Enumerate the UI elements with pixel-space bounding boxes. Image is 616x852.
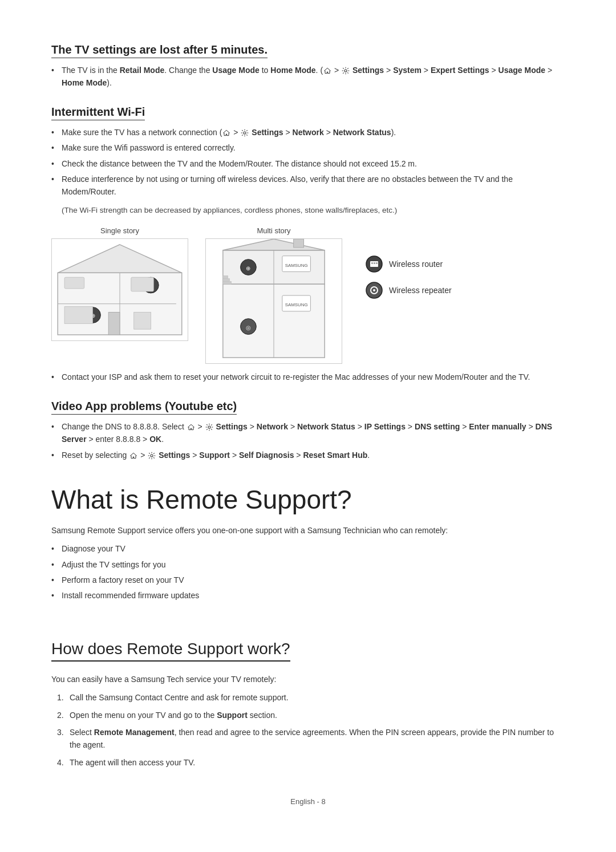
tv-settings-list: The TV is in the Retail Mode. Change the… bbox=[51, 64, 565, 90]
remote-support-section: What is Remote Support? Samsung Remote S… bbox=[51, 484, 565, 602]
svg-rect-30 bbox=[223, 282, 232, 285]
svg-rect-11 bbox=[64, 278, 84, 289]
legend-repeater: Wireless repeater bbox=[365, 281, 452, 299]
router-legend-label: Wireless router bbox=[389, 259, 443, 269]
how-remote-intro: You can easily have a Samsung Tech servi… bbox=[51, 673, 565, 685]
wifi-title: Intermittent Wi-Fi bbox=[51, 106, 565, 120]
svg-rect-31 bbox=[223, 279, 230, 282]
home-icon-4 bbox=[129, 452, 137, 459]
diagram-legend: Wireless router Wireless repeater bbox=[365, 255, 452, 299]
repeater-legend-label: Wireless repeater bbox=[389, 286, 452, 295]
step-2: 2.Open the menu on your TV and go to the… bbox=[57, 709, 565, 721]
tv-settings-item: The TV is in the Retail Mode. Change the… bbox=[51, 64, 565, 90]
page-footer: English - 8 bbox=[51, 797, 565, 806]
tv-settings-title: The TV settings are lost after 5 minutes… bbox=[51, 43, 565, 58]
svg-marker-3 bbox=[58, 245, 182, 273]
svg-rect-14 bbox=[134, 313, 151, 330]
svg-text:⊕: ⊕ bbox=[246, 265, 250, 271]
footer-text: English - 8 bbox=[290, 797, 325, 806]
video-app-item-2: Reset by selecting > Settings > Support … bbox=[51, 449, 565, 461]
home-icon bbox=[323, 67, 331, 74]
remote-support-item-3: Perform a factory reset on your TV bbox=[51, 574, 565, 586]
svg-rect-6 bbox=[108, 313, 120, 335]
svg-point-42 bbox=[151, 455, 153, 457]
wifi-list: Make sure the TV has a network connectio… bbox=[51, 126, 565, 198]
svg-rect-12 bbox=[64, 307, 92, 324]
gear-icon-4 bbox=[148, 452, 156, 460]
gear-icon-2 bbox=[241, 129, 249, 137]
multi-story-svg: ⊕ ◎ SAMSUNG SAMSUNG bbox=[205, 238, 342, 364]
svg-point-41 bbox=[208, 426, 210, 428]
how-remote-title: How does Remote Support work? bbox=[51, 640, 290, 662]
gear-icon-3 bbox=[205, 423, 213, 431]
wifi-post-item: Contact your ISP and ask them to reset y… bbox=[51, 371, 565, 383]
step-1: 1.Call the Samsung Contact Centre and as… bbox=[57, 691, 565, 704]
multi-story-label: Multi story bbox=[257, 226, 290, 235]
svg-rect-36 bbox=[374, 262, 375, 264]
video-app-section: Video App problems (Youtube etc) Change … bbox=[51, 400, 565, 461]
svg-rect-21 bbox=[294, 239, 304, 248]
video-app-title: Video App problems (Youtube etc) bbox=[51, 400, 565, 415]
video-app-item-1: Change the DNS to 8.8.8.8. Select > Sett… bbox=[51, 420, 565, 446]
svg-text:SAMSUNG: SAMSUNG bbox=[285, 263, 308, 268]
svg-point-40 bbox=[373, 289, 375, 291]
tv-settings-section: The TV settings are lost after 5 minutes… bbox=[51, 43, 565, 90]
single-story-label: Single story bbox=[100, 226, 139, 235]
legend-router: Wireless router bbox=[365, 255, 452, 273]
svg-point-0 bbox=[345, 70, 347, 72]
repeater-legend-icon bbox=[365, 281, 383, 299]
diagram-section: Single story ⊕ ⊕ bbox=[51, 226, 565, 364]
svg-rect-37 bbox=[376, 262, 378, 264]
wifi-note: (The Wi-Fi strength can be decreased by … bbox=[62, 204, 565, 217]
gear-icon bbox=[342, 67, 350, 75]
remote-support-item-4: Install recommended firmware updates bbox=[51, 589, 565, 602]
remote-support-title: What is Remote Support? bbox=[51, 484, 565, 515]
svg-point-1 bbox=[244, 132, 246, 134]
wifi-item-2: Make sure the Wifi password is entered c… bbox=[51, 141, 565, 154]
step-3: 3.Select Remote Management, then read an… bbox=[57, 726, 565, 752]
svg-rect-13 bbox=[131, 278, 154, 292]
remote-support-list: Diagnose your TV Adjust the TV settings … bbox=[51, 542, 565, 602]
how-remote-steps: 1.Call the Samsung Contact Centre and as… bbox=[51, 691, 565, 769]
step-4: 4.The agent will then access your TV. bbox=[57, 756, 565, 769]
router-legend-icon bbox=[365, 255, 383, 273]
home-icon-2 bbox=[222, 129, 230, 136]
svg-text:◎: ◎ bbox=[246, 324, 251, 331]
remote-support-intro: Samsung Remote Support service offers yo… bbox=[51, 524, 565, 537]
svg-text:SAMSUNG: SAMSUNG bbox=[285, 302, 308, 307]
svg-marker-17 bbox=[223, 239, 325, 250]
wifi-item-4: Reduce interference by not using or turn… bbox=[51, 173, 565, 198]
single-story-diagram: Single story ⊕ ⊕ bbox=[51, 226, 188, 341]
home-icon-3 bbox=[187, 424, 195, 431]
single-story-svg: ⊕ ⊕ bbox=[51, 238, 188, 341]
video-app-list: Change the DNS to 8.8.8.8. Select > Sett… bbox=[51, 420, 565, 461]
wifi-item-1: Make sure the TV has a network connectio… bbox=[51, 126, 565, 139]
svg-rect-32 bbox=[223, 276, 228, 279]
wifi-section: Intermittent Wi-Fi Make sure the TV has … bbox=[51, 106, 565, 384]
multi-story-diagram: Multi story ⊕ ◎ bbox=[205, 226, 342, 364]
svg-rect-35 bbox=[371, 262, 373, 264]
remote-support-item-1: Diagnose your TV bbox=[51, 542, 565, 555]
wifi-post-list: Contact your ISP and ask them to reset y… bbox=[51, 371, 565, 383]
remote-support-item-2: Adjust the TV settings for you bbox=[51, 558, 565, 571]
wifi-item-3: Check the distance between the TV and th… bbox=[51, 157, 565, 170]
how-remote-section: How does Remote Support work? You can ea… bbox=[51, 619, 565, 769]
